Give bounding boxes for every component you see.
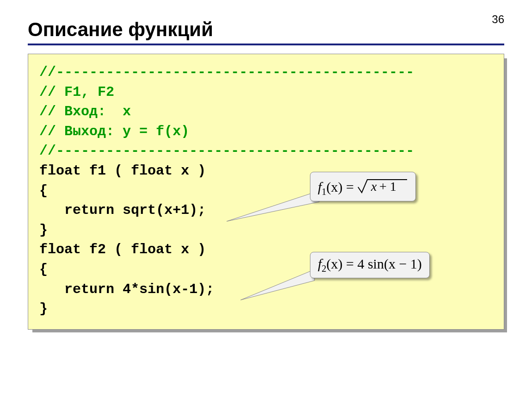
code-line: float f2 ( float x ) [39, 242, 206, 257]
slide: 36 Описание функций //------------------… [0, 0, 532, 400]
code-line: float f1 ( float x ) [39, 163, 206, 179]
code-comment: // Вход: x [39, 104, 131, 119]
svg-marker-1 [241, 269, 315, 300]
code-line: } [39, 301, 48, 317]
page-number: 36 [492, 13, 504, 26]
sqrt-icon: x + 1 [357, 176, 408, 194]
formula-text: (x) = 4 sin(x − 1) [327, 256, 422, 271]
radicand-text: + 1 [379, 179, 396, 194]
code-line: { [39, 262, 48, 277]
formula-subscript: 2 [322, 263, 326, 274]
code-block: //--------------------------------------… [28, 54, 504, 330]
code-comment: //--------------------------------------… [39, 64, 414, 80]
formula-callout-f1: f1(x) = x + 1 [310, 172, 416, 201]
slide-title: Описание функций [28, 19, 504, 41]
formula-text: (x) = [327, 179, 358, 194]
code-line: return sqrt(x+1); [39, 202, 206, 218]
formula-subscript: 1 [322, 187, 326, 197]
title-rule [28, 44, 504, 45]
svg-marker-0 [227, 191, 319, 221]
code-line: return 4*sin(x-1); [39, 281, 214, 297]
code-comment: //--------------------------------------… [39, 143, 414, 159]
code-line: { [39, 183, 48, 199]
code-comment: // Выход: y = f(x) [39, 124, 189, 139]
formula-callout-f2: f2(x) = 4 sin(x − 1) [310, 252, 430, 278]
radicand-text: x [371, 179, 377, 194]
code-line: } [39, 222, 48, 238]
code-comment: // F1, F2 [39, 84, 114, 100]
